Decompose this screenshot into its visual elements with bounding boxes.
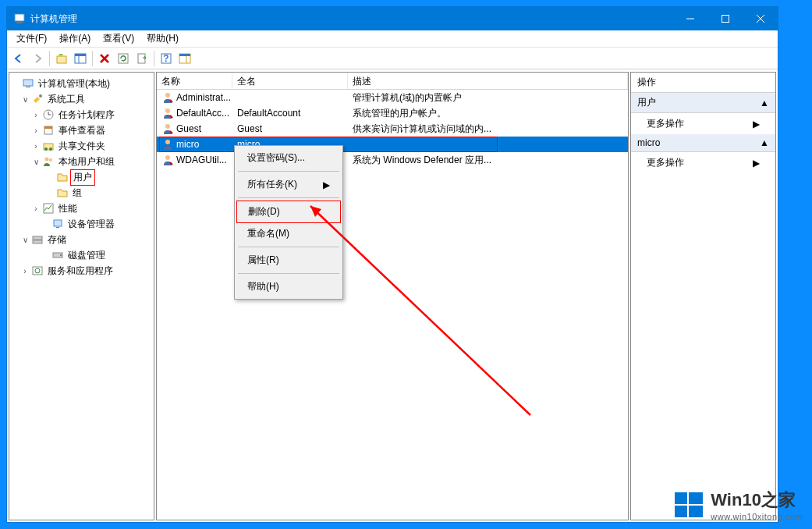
refresh-button[interactable] [115, 50, 132, 67]
tree-task-scheduler[interactable]: › 任务计划程序 [11, 107, 152, 122]
collapse-icon[interactable]: ∨ [31, 158, 41, 166]
minimize-button[interactable] [672, 7, 707, 30]
svg-rect-21 [26, 87, 30, 87]
content-area: 计算机管理(本地) ∨ 系统工具 › 任务计划程序 › 事件查看器 › 共享文件… [7, 69, 778, 522]
col-name[interactable]: 名称 [157, 73, 232, 89]
tree-shared-folders[interactable]: › 共享文件夹 [11, 138, 152, 154]
col-desc[interactable]: 描述 [348, 73, 628, 89]
svg-point-39 [60, 254, 62, 256]
tree-pane[interactable]: 计算机管理(本地) ∨ 系统工具 › 任务计划程序 › 事件查看器 › 共享文件… [9, 72, 154, 520]
up-button[interactable] [53, 50, 70, 67]
share-icon [42, 140, 55, 152]
tree-performance[interactable]: › 性能 [11, 201, 152, 216]
close-button[interactable] [743, 7, 778, 30]
tools-icon [31, 93, 44, 105]
menu-separator [238, 197, 339, 198]
svg-rect-33 [44, 204, 53, 213]
tree-groups[interactable]: 组 [11, 185, 152, 201]
svg-rect-36 [33, 236, 42, 240]
menu-action[interactable]: 操作(A) [53, 30, 97, 48]
list-row-micro[interactable]: micro micro [157, 137, 628, 152]
expand-icon[interactable]: › [20, 267, 30, 275]
menu-separator [238, 171, 339, 172]
col-fullname[interactable]: 全名 [232, 73, 348, 89]
expand-icon[interactable]: › [31, 126, 41, 135]
tree-local-users-groups[interactable]: ∨ 本地用户和组 [11, 154, 152, 169]
collapse-icon[interactable]: ∨ [20, 236, 30, 244]
export-button[interactable] [133, 50, 151, 67]
user-icon [161, 107, 174, 119]
actions-more-1[interactable]: 更多操作 ▶ [631, 113, 775, 134]
actions-section-micro[interactable]: micro ▲ [631, 134, 775, 152]
menu-help[interactable]: 帮助(H) [140, 30, 185, 48]
ctx-set-password[interactable]: 设置密码(S)... [236, 147, 341, 169]
svg-rect-52 [689, 506, 703, 517]
toolbar-separator [49, 51, 50, 66]
tree-users[interactable]: 用户 [11, 169, 152, 185]
svg-rect-20 [23, 80, 33, 86]
svg-rect-51 [675, 506, 687, 517]
help-button[interactable]: ? [158, 50, 175, 67]
svg-rect-27 [44, 126, 52, 129]
svg-rect-1 [17, 22, 22, 23]
ctx-all-tasks[interactable]: 所有任务(K)▶ [236, 174, 341, 195]
maximize-button[interactable] [707, 7, 743, 30]
show-hide-tree-button[interactable] [72, 50, 89, 67]
ctx-properties[interactable]: 属性(R) [236, 250, 341, 271]
folder-icon [56, 171, 69, 183]
app-icon [13, 12, 26, 25]
actions-more-2[interactable]: 更多操作 ▶ [631, 152, 775, 173]
menu-file[interactable]: 文件(F) [10, 30, 53, 48]
svg-rect-50 [689, 492, 703, 504]
action-pane-button[interactable] [176, 50, 193, 67]
collapse-icon[interactable]: ▲ [760, 137, 769, 148]
collapse-icon[interactable]: ∨ [20, 95, 30, 104]
tree-disk-management[interactable]: 磁盘管理 [11, 247, 152, 263]
tree-services-apps[interactable]: › 服务和应用程序 [11, 263, 152, 279]
watermark-title: Win10之家 [711, 488, 803, 512]
tree-event-viewer[interactable]: › 事件查看器 [11, 122, 152, 138]
tree-system-tools[interactable]: ∨ 系统工具 [11, 91, 152, 107]
device-icon [51, 218, 64, 230]
svg-point-22 [39, 94, 42, 98]
context-menu: 设置密码(S)... 所有任务(K)▶ 删除(D) 重命名(M) 属性(R) 帮… [234, 145, 343, 300]
menu-view[interactable]: 查看(V) [97, 30, 140, 48]
delete-button[interactable] [96, 50, 113, 67]
forward-button[interactable] [29, 50, 46, 67]
collapse-icon[interactable]: ▲ [760, 98, 769, 108]
svg-rect-18 [179, 54, 190, 56]
user-icon [161, 91, 174, 104]
list-row-administrator[interactable]: Administrat... 管理计算机(域)的内置帐户 [157, 90, 628, 105]
list-row-wdagutility[interactable]: WDAGUtil... 系统为 Windows Defender 应用... [157, 152, 628, 168]
tree-root[interactable]: 计算机管理(本地) [11, 76, 152, 91]
expand-icon[interactable]: › [31, 111, 41, 119]
back-button[interactable] [10, 50, 27, 67]
expand-icon[interactable]: › [31, 204, 41, 213]
ctx-help[interactable]: 帮助(H) [236, 276, 341, 297]
user-icon [161, 154, 174, 166]
titlebar[interactable]: 计算机管理 [7, 7, 778, 30]
expand-icon[interactable]: › [31, 142, 41, 151]
list-row-guest[interactable]: Guest Guest 供来宾访问计算机或访问域的内... [157, 121, 628, 137]
tree-storage[interactable]: ∨ 存储 [11, 232, 152, 247]
windows-logo-icon [673, 489, 704, 520]
ctx-rename[interactable]: 重命名(M) [236, 223, 341, 244]
storage-icon [31, 233, 44, 246]
window-title: 计算机管理 [30, 12, 672, 26]
actions-header: 操作 [631, 73, 775, 93]
tree-device-manager[interactable]: 设备管理器 [11, 216, 152, 232]
disk-icon [51, 249, 64, 261]
svg-rect-2 [16, 23, 23, 23]
actions-section-users[interactable]: 用户 ▲ [631, 93, 775, 113]
svg-point-29 [44, 147, 48, 151]
services-icon [31, 264, 44, 277]
list-pane[interactable]: 名称 全名 描述 Administrat... 管理计算机(域)的内置帐户 De… [156, 72, 629, 520]
chevron-right-icon: ▶ [753, 119, 760, 130]
chevron-right-icon: ▶ [753, 158, 760, 169]
ctx-delete[interactable]: 删除(D) [236, 201, 341, 223]
svg-rect-14 [138, 54, 145, 63]
svg-point-31 [45, 158, 49, 162]
svg-rect-4 [722, 16, 729, 23]
list-row-defaultaccount[interactable]: DefaultAcc... DefaultAccount 系统管理的用户帐户。 [157, 105, 628, 121]
menu-separator [238, 247, 339, 247]
